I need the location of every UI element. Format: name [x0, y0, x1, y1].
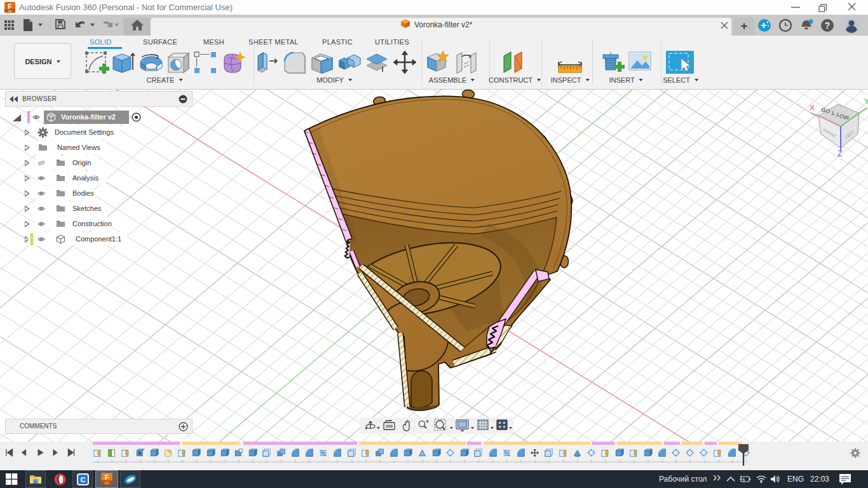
svg-text:T: T [831, 110, 835, 117]
svg-text:O: O [839, 113, 844, 120]
svg-text:360: 360 [104, 482, 109, 485]
svg-text:F: F [105, 473, 109, 481]
svg-text:X: X [810, 104, 815, 112]
svg-text:360: 360 [8, 10, 12, 13]
svg-text:Y: Y [864, 97, 868, 106]
svg-text:C: C [81, 476, 86, 484]
svg-text:O: O [825, 108, 830, 115]
svg-text:M: M [844, 114, 849, 121]
svg-text:?: ? [825, 20, 831, 30]
svg-text:T: T [836, 111, 839, 118]
svg-text:B: B [821, 107, 825, 114]
svg-text:Z: Z [837, 149, 842, 158]
